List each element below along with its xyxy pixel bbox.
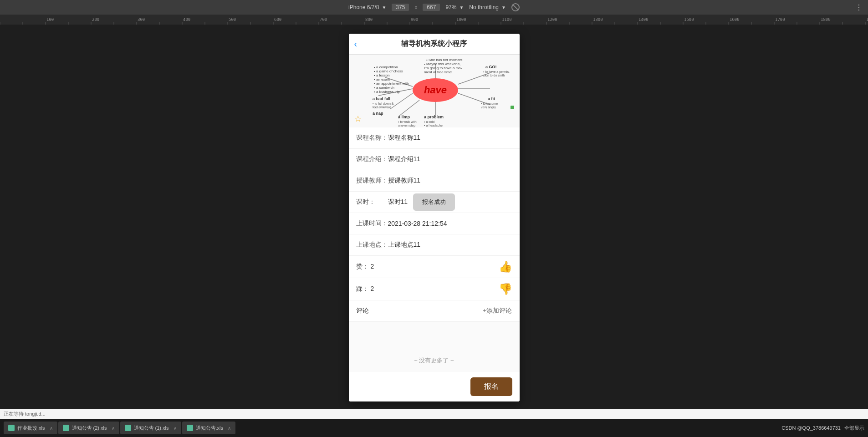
course-intro-row: 课程介绍： 课程介绍11 xyxy=(349,149,520,170)
dislike-label: 踩： 2 xyxy=(356,285,374,293)
svg-text:• a sandwich: • a sandwich xyxy=(374,86,394,90)
zoom-chevron-icon: ▼ xyxy=(459,5,464,10)
taskbar-close-0[interactable]: ∧ xyxy=(50,426,53,431)
enroll-popup: 报名成功 xyxy=(413,193,455,211)
svg-text:• a competition: • a competition xyxy=(374,65,398,69)
svg-text:have: have xyxy=(424,84,446,96)
no-signal-icon xyxy=(511,3,520,11)
course-details: 课程名称： 课程名称11 课程介绍： 课程介绍11 授课教师： 授课教师11 课… xyxy=(349,127,520,401)
svg-text:a problem: a problem xyxy=(424,115,444,119)
taskbar-right-sub[interactable]: 全部显示 xyxy=(844,425,864,432)
dislike-count: 2 xyxy=(370,285,374,292)
mind-map-svg: have • a competition • a game of chess •… xyxy=(349,55,520,127)
taskbar-close-2[interactable]: ∧ xyxy=(174,426,177,431)
svg-text:• Maybe this weekend,: • Maybe this weekend, xyxy=(424,62,460,66)
taskbar-icon-1 xyxy=(63,425,69,431)
course-time-row: 上课时间： 2021-03-28 21:12:54 xyxy=(349,213,520,234)
svg-text:a fit: a fit xyxy=(488,97,495,101)
taskbar-item-0[interactable]: 作业批改.xls ∧ xyxy=(4,422,57,434)
device-selector[interactable]: iPhone 6/7/8 ▼ xyxy=(348,4,386,10)
taskbar-item-1[interactable]: 通知公告 (2).xls ∧ xyxy=(58,422,119,434)
like-row: 赞： 2 👍 xyxy=(349,256,520,278)
dislike-row: 踩： 2 👎 xyxy=(349,278,520,300)
taskbar-item-3[interactable]: 通知公告.xls ∧ xyxy=(182,422,236,434)
more-options-icon[interactable]: ⋮ xyxy=(855,3,863,12)
taskbar: 作业批改.xls ∧ 通知公告 (2).xls ∧ 通知公告 (1).xls ∧… xyxy=(0,419,868,437)
ruler-canvas xyxy=(0,15,868,25)
course-time-label: 上课时间： xyxy=(356,219,388,228)
course-teacher-value: 授课教师11 xyxy=(388,177,421,185)
width-input[interactable] xyxy=(392,4,409,11)
taskbar-right-label: CSDN @QQ_3786649731 xyxy=(781,425,841,431)
svg-text:uneven step: uneven step xyxy=(398,124,415,127)
register-button[interactable]: 报名 xyxy=(470,377,512,396)
course-name-value: 课程名称11 xyxy=(388,134,421,142)
svg-text:• a headache: • a headache xyxy=(424,124,443,127)
taskbar-icon-0 xyxy=(8,425,15,431)
taskbar-icon-3 xyxy=(187,425,193,431)
taskbar-close-1[interactable]: ∧ xyxy=(112,426,115,431)
like-button[interactable]: 👍 xyxy=(499,260,512,273)
svg-text:• a cold: • a cold xyxy=(424,120,434,123)
svg-text:• to become: • to become xyxy=(481,102,498,105)
comment-label: 评论 xyxy=(356,307,369,315)
svg-text:very angry: very angry xyxy=(481,106,496,109)
course-teacher-label: 授课教师： xyxy=(356,177,388,185)
phone-frame: ‹ 辅导机构系统小程序 have xyxy=(349,34,520,401)
dislike-label-text: 踩： xyxy=(356,285,369,292)
course-intro-label: 课程介绍： xyxy=(356,155,388,163)
svg-text:• to have a permis-: • to have a permis- xyxy=(483,70,510,74)
svg-text:a bad fall: a bad fall xyxy=(373,97,390,101)
comment-section: 评论 +添加评论 xyxy=(349,300,520,322)
no-more-label: ~ 没有更多了 ~ xyxy=(414,357,454,364)
svg-text:feel awkward: feel awkward xyxy=(373,106,391,109)
device-name-label: iPhone 6/7/8 xyxy=(348,4,379,10)
taskbar-label-2: 通知公告 (1).xls xyxy=(134,425,169,432)
svg-text:I'm going to have a mo-: I'm going to have a mo- xyxy=(424,66,462,70)
like-label-text: 赞： xyxy=(356,263,369,270)
svg-rect-39 xyxy=(511,106,514,109)
course-hours-label: 课时： xyxy=(356,198,388,206)
main-area: ‹ 辅导机构系统小程序 have xyxy=(0,25,868,437)
height-input[interactable] xyxy=(423,4,440,11)
like-label: 赞： 2 xyxy=(356,263,374,271)
zoom-label: 97% xyxy=(445,4,456,10)
svg-text:a GO!: a GO! xyxy=(485,65,497,69)
no-more-text: ~ 没有更多了 ~ xyxy=(349,349,520,372)
course-intro-value: 课程介绍11 xyxy=(388,155,421,163)
zoom-selector[interactable]: 97% ▼ xyxy=(445,4,464,10)
favorite-icon[interactable]: ☆ xyxy=(354,114,362,124)
page-title: 辅导机构系统小程序 xyxy=(356,39,512,49)
taskbar-close-3[interactable]: ∧ xyxy=(228,426,231,431)
throttle-selector[interactable]: No throttling ▼ xyxy=(469,4,506,10)
svg-text:• an appointment with: • an appointment with xyxy=(374,81,409,86)
enroll-popup-text: 报名成功 xyxy=(422,198,446,205)
device-chevron-icon: ▼ xyxy=(382,5,386,10)
svg-text:• to fall down &: • to fall down & xyxy=(373,102,394,105)
browser-toolbar: iPhone 6/7/8 ▼ x 97% ▼ No throttling ▼ ⋮ xyxy=(0,0,868,15)
course-hours-value: 课时11 xyxy=(388,198,408,206)
svg-text:• a game of chess: • a game of chess xyxy=(374,69,403,73)
taskbar-right: CSDN @QQ_3786649731 全部显示 xyxy=(781,425,864,432)
course-name-row: 课程名称： 课程名称11 xyxy=(349,127,520,149)
svg-text:• an exam: • an exam xyxy=(374,77,390,81)
course-location-value: 上课地点11 xyxy=(388,241,421,249)
course-location-label: 上课地点： xyxy=(356,241,388,249)
svg-text:• She has her moment: • She has her moment xyxy=(426,58,463,62)
ruler-bar xyxy=(0,15,868,25)
throttle-label: No throttling xyxy=(469,4,499,10)
back-button[interactable]: ‹ xyxy=(354,39,357,49)
course-teacher-row: 授课教师： 授课教师11 xyxy=(349,170,520,192)
svg-text:ment of free time!: ment of free time! xyxy=(424,70,452,74)
add-comment-button[interactable]: +添加评论 xyxy=(483,307,512,315)
taskbar-icon-2 xyxy=(125,425,131,431)
taskbar-label-3: 通知公告.xls xyxy=(196,425,224,432)
svg-text:sion to do smth: sion to do smth xyxy=(483,74,505,77)
dislike-button[interactable]: 👎 xyxy=(499,283,512,295)
throttle-chevron-icon: ▼ xyxy=(501,5,506,10)
course-name-label: 课程名称： xyxy=(356,134,388,142)
taskbar-label-1: 通知公告 (2).xls xyxy=(72,425,107,432)
taskbar-item-2[interactable]: 通知公告 (1).xls ∧ xyxy=(120,422,181,434)
waiting-text: 正在等待 tongji.d... xyxy=(4,411,46,417)
course-hours-row: 课时： 课时11 报名成功 xyxy=(349,192,520,213)
